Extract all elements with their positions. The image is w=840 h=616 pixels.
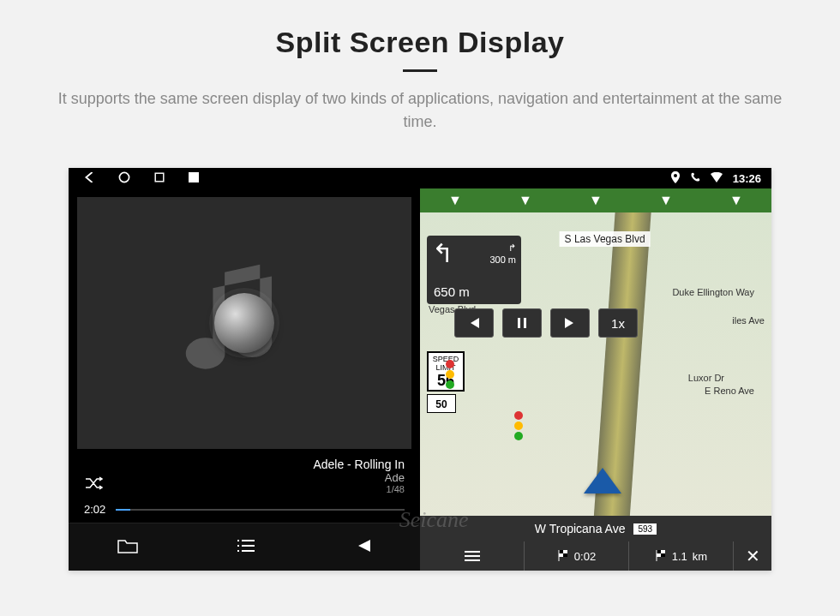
nav-pane: 13:26 ▼ ▼ ▼ ▼ ▼ S Las Vegas Blvd Duke El… — [420, 168, 771, 571]
sim-pause-button[interactable] — [502, 308, 542, 338]
speed-limit-value: 56 — [429, 372, 463, 390]
back-icon[interactable] — [84, 171, 94, 185]
street-label: iles Ave — [732, 315, 765, 326]
wifi-icon — [711, 172, 723, 185]
elapsed-time: 2:02 — [84, 503, 105, 516]
destination-flag-icon — [655, 549, 667, 564]
svg-rect-4 — [518, 318, 520, 328]
music-pane: Adele - Rolling In Ade 1/48 2:02 — [69, 168, 420, 571]
previous-icon[interactable] — [353, 538, 372, 557]
street-label: S Las Vegas Blvd — [560, 231, 651, 247]
song-title: Adele - Rolling In — [313, 458, 405, 471]
sim-prev-button[interactable] — [454, 308, 494, 338]
nav-bottom-bar: 0:02 1.1 km ✕ — [420, 541, 771, 571]
turn-card: ↰ ↱ 300 m 650 m — [427, 236, 521, 304]
svg-rect-8 — [563, 553, 567, 557]
svg-rect-11 — [657, 550, 661, 553]
route-shield: 50 — [427, 394, 456, 413]
traffic-light-icon — [446, 360, 454, 368]
sim-controls: 1x — [454, 308, 638, 338]
main-turn-unit: m — [459, 284, 470, 299]
svg-rect-12 — [661, 553, 665, 557]
current-street-bar: W Tropicana Ave 593 — [420, 516, 771, 541]
clock-time: 13:26 — [733, 172, 761, 185]
lane-arrow-icon: ▼ — [729, 193, 743, 208]
track-info: Adele - Rolling In Ade 1/48 — [69, 458, 420, 499]
progress-bar[interactable] — [116, 509, 405, 511]
recent-icon[interactable] — [154, 171, 165, 185]
svg-rect-1 — [155, 173, 164, 182]
sim-speed-button[interactable]: 1x — [598, 308, 638, 338]
street-label: Luxor Dr — [688, 373, 724, 383]
lane-arrow-icon: ▼ — [448, 193, 462, 208]
remaining-km-unit: km — [693, 550, 707, 563]
track-index: 1/48 — [313, 484, 405, 494]
phone-icon — [690, 172, 700, 185]
sim-next-button[interactable] — [550, 308, 590, 338]
progress-row: 2:02 — [69, 499, 420, 523]
next-turn-distance: 300 — [489, 254, 505, 265]
street-label: E Reno Ave — [705, 386, 754, 396]
map-canvas[interactable]: ▼ ▼ ▼ ▼ ▼ S Las Vegas Blvd Duke Ellingto… — [420, 188, 771, 571]
svg-point-3 — [674, 174, 677, 177]
main-turn-distance: 650 — [434, 284, 455, 299]
status-bar: 13:26 — [420, 168, 771, 188]
close-button[interactable]: ✕ — [734, 541, 771, 571]
title-divider — [403, 69, 437, 72]
lane-arrow-icon: ▼ — [659, 193, 673, 208]
speed-limit-sign: SPEED LIMIT 56 — [427, 351, 465, 392]
eta-cell[interactable]: 0:02 — [525, 541, 629, 571]
street-label: Duke Ellington Way — [672, 287, 754, 297]
turn-right-icon: ↱ — [508, 242, 516, 253]
album-art — [77, 197, 411, 449]
eta-time: 0:02 — [574, 550, 596, 563]
playlist-icon[interactable] — [236, 538, 256, 557]
lane-arrow-icon: ▼ — [589, 193, 603, 208]
menu-button[interactable] — [420, 541, 525, 571]
destination-flag-icon — [557, 549, 569, 564]
vehicle-arrow-icon — [584, 468, 621, 493]
shuffle-icon[interactable] — [84, 476, 103, 494]
lane-guidance: ▼ ▼ ▼ ▼ ▼ — [420, 188, 771, 212]
remaining-km: 1.1 — [672, 550, 687, 563]
svg-rect-5 — [524, 318, 526, 328]
split-screen-device: Adele - Rolling In Ade 1/48 2:02 — [69, 168, 771, 571]
home-icon[interactable] — [118, 171, 130, 186]
svg-point-0 — [119, 172, 129, 182]
traffic-light-icon — [514, 411, 523, 420]
street-number: 593 — [633, 523, 657, 535]
song-artist: Ade — [313, 471, 405, 484]
next-turn-unit: m — [508, 254, 516, 265]
lane-arrow-icon: ▼ — [519, 193, 532, 208]
page-title: Split Screen Display — [51, 26, 789, 59]
page-subtitle: It supports the same screen display of t… — [51, 87, 789, 134]
svg-rect-2 — [189, 172, 199, 182]
location-icon — [671, 171, 680, 186]
music-bottom-bar — [69, 523, 420, 571]
distance-cell[interactable]: 1.1 km — [629, 541, 734, 571]
current-street: W Tropicana Ave — [535, 522, 626, 535]
folder-icon[interactable] — [117, 537, 139, 558]
play-knob[interactable] — [214, 293, 274, 353]
android-navbar — [69, 168, 420, 188]
svg-rect-7 — [559, 550, 563, 553]
picture-icon[interactable] — [189, 171, 199, 185]
